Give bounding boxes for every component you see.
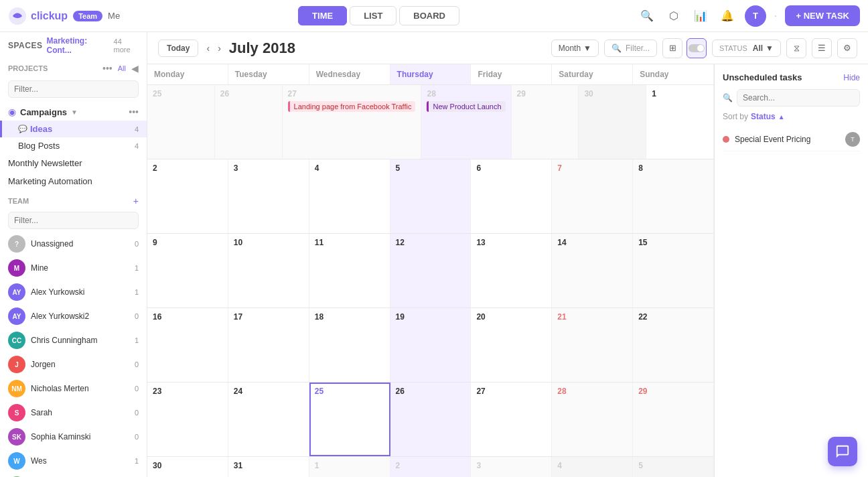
- cell-jul-20[interactable]: 20: [471, 308, 552, 382]
- nav-item-blog-posts[interactable]: Blog Posts 4: [0, 137, 147, 154]
- cell-jul-1[interactable]: 1: [646, 85, 714, 159]
- unscheduled-task-special-event[interactable]: Special Event Pricing T: [723, 128, 860, 151]
- unscheduled-search-input[interactable]: [737, 89, 860, 107]
- cell-jul-18[interactable]: 18: [309, 308, 390, 382]
- member-mine[interactable]: M Mine 1: [0, 256, 147, 280]
- team-filter-input[interactable]: [8, 212, 139, 229]
- cell-jul-6[interactable]: 6: [471, 159, 552, 233]
- cell-jul-11[interactable]: 11: [309, 234, 390, 308]
- new-task-button[interactable]: + NEW TASK: [785, 5, 860, 26]
- sarah-avatar: S: [8, 404, 25, 421]
- cell-jul-16[interactable]: 16: [147, 308, 228, 382]
- member-alex-y2[interactable]: AY Alex Yurkowski2 0: [0, 304, 147, 328]
- cell-jun-28[interactable]: 28 + New Product Launch: [421, 85, 511, 159]
- sophia-count: 0: [135, 433, 139, 441]
- cell-jun-26[interactable]: 26: [215, 85, 283, 159]
- projects-dots[interactable]: •••: [102, 63, 113, 74]
- calendar-filter[interactable]: 🔍 Filter...: [604, 40, 657, 57]
- monthly-newsletter-item[interactable]: Monthly Newsletter: [0, 154, 147, 172]
- status-selector[interactable]: STATUS All ▼: [712, 40, 781, 57]
- cell-aug-2[interactable]: 2: [390, 457, 472, 477]
- grid-view-btn[interactable]: ⊞: [662, 38, 682, 58]
- task-new-product-launch[interactable]: New Product Launch: [427, 101, 505, 112]
- board-nav-btn[interactable]: BOARD: [399, 6, 459, 25]
- cell-jul-25-today[interactable]: 25: [309, 383, 390, 456]
- member-wes[interactable]: W Wes 1: [0, 449, 147, 473]
- next-month-button[interactable]: ›: [218, 43, 221, 54]
- member-unassigned[interactable]: ? Unassigned 0: [0, 232, 147, 256]
- cell-jul-31[interactable]: 31: [228, 457, 309, 477]
- hide-button[interactable]: Hide: [843, 73, 860, 82]
- member-zeb[interactable]: Z Zeb 0: [0, 473, 147, 477]
- list-nav-btn[interactable]: LIST: [350, 6, 396, 25]
- member-sarah[interactable]: S Sarah 0: [0, 401, 147, 425]
- member-jorgen[interactable]: J Jorgen 0: [0, 352, 147, 377]
- cell-aug-5[interactable]: 5: [633, 457, 714, 477]
- cell-jun-27[interactable]: 27 Landing page from Facebook Traffic: [283, 85, 422, 159]
- prev-month-button[interactable]: ‹: [206, 43, 210, 54]
- cell-jul-22[interactable]: 22: [633, 308, 714, 382]
- cell-jul-3[interactable]: 3: [228, 159, 309, 233]
- cell-jul-5[interactable]: 5: [390, 159, 472, 233]
- member-sophia[interactable]: SK Sophia Kaminski 0: [0, 425, 147, 449]
- sort-row: Sort by Status ▲: [723, 112, 860, 121]
- cell-aug-4[interactable]: 4: [552, 457, 633, 477]
- cell-jun-29[interactable]: 29: [512, 85, 579, 159]
- cell-jul-26[interactable]: 26: [390, 383, 472, 456]
- cell-jul-2[interactable]: 2: [147, 159, 228, 233]
- cell-aug-3[interactable]: 3: [471, 457, 552, 477]
- list-view-btn[interactable]: ☰: [812, 38, 832, 58]
- cell-jul-14[interactable]: 14: [552, 234, 633, 308]
- cell-jul-29[interactable]: 29: [633, 383, 714, 456]
- cell-jul-21[interactable]: 21: [552, 308, 633, 382]
- cell-jul-19[interactable]: 19: [390, 308, 472, 382]
- cell-jul-28[interactable]: 28: [552, 383, 633, 456]
- date-jun27: 27: [288, 89, 416, 98]
- cell-jul-12[interactable]: 12: [390, 234, 472, 308]
- toggle-btn[interactable]: [686, 38, 707, 58]
- campaigns-item[interactable]: ◉ Campaigns ▼ •••: [0, 103, 147, 121]
- nav-item-ideas[interactable]: 💬 Ideas 4: [0, 121, 147, 137]
- user-avatar[interactable]: T: [745, 5, 766, 27]
- cube-icon[interactable]: ⬡: [664, 7, 683, 25]
- cell-jul-4[interactable]: 4: [309, 159, 390, 233]
- member-nicholas[interactable]: NM Nicholas Merten 0: [0, 377, 147, 401]
- cell-jul-15[interactable]: 15: [633, 234, 714, 308]
- week-1: 25 26 27 Landing page from Facebook Traf…: [147, 85, 714, 159]
- cell-jul-24[interactable]: 24: [228, 383, 309, 456]
- search-icon[interactable]: 🔍: [638, 7, 656, 25]
- space-name[interactable]: Marketing: Cont...: [46, 36, 109, 55]
- chart-icon[interactable]: 📊: [691, 7, 710, 25]
- cell-aug-1[interactable]: 1: [309, 457, 390, 477]
- bell-icon[interactable]: 🔔: [718, 7, 737, 25]
- cell-jul-27[interactable]: 27: [471, 383, 552, 456]
- cell-jul-17[interactable]: 17: [228, 308, 309, 382]
- add-team-icon[interactable]: +: [133, 196, 139, 206]
- member-chris[interactable]: CC Chris Cunningham 1: [0, 328, 147, 352]
- sarah-count: 0: [135, 409, 139, 417]
- cell-jun-25[interactable]: 25: [147, 85, 215, 159]
- cell-jun-30[interactable]: 30: [579, 85, 646, 159]
- member-alex-y[interactable]: AY Alex Yurkowski 1: [0, 280, 147, 304]
- cell-jul-7[interactable]: 7: [552, 159, 633, 233]
- marketing-automation-item[interactable]: Marketing Automation: [0, 172, 147, 190]
- chat-bubble[interactable]: [828, 437, 857, 466]
- collapse-btn[interactable]: ◀: [131, 63, 139, 74]
- time-nav-btn[interactable]: TIME: [298, 6, 347, 25]
- today-button[interactable]: Today: [158, 40, 198, 57]
- cell-jul-13[interactable]: 13: [471, 234, 552, 308]
- cell-jul-30[interactable]: 30: [147, 457, 228, 477]
- date-jun26: 26: [220, 89, 277, 98]
- cell-jul-8[interactable]: 8: [633, 159, 714, 233]
- campaigns-dots[interactable]: •••: [129, 107, 139, 117]
- cell-jul-9[interactable]: 9: [147, 234, 228, 308]
- all-link[interactable]: All: [118, 64, 126, 72]
- cell-jul-10[interactable]: 10: [228, 234, 309, 308]
- month-selector[interactable]: Month ▼: [551, 40, 599, 57]
- sidebar-filter-input[interactable]: [8, 80, 139, 98]
- settings-btn[interactable]: ⚙: [837, 38, 857, 58]
- cell-jul-23[interactable]: 23: [147, 383, 228, 456]
- sort-value[interactable]: Status: [751, 112, 776, 121]
- task-landing-page[interactable]: Landing page from Facebook Traffic: [288, 101, 416, 112]
- filter-btn[interactable]: ⧖: [786, 38, 806, 58]
